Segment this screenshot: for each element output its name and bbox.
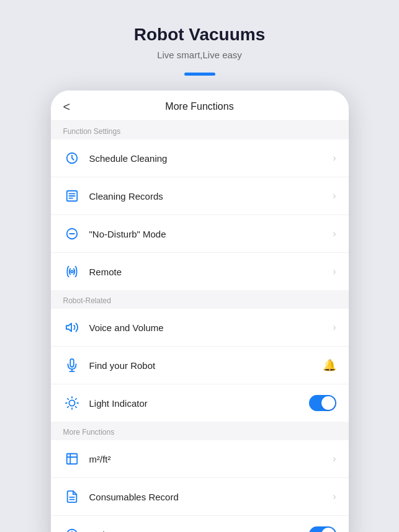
nav-title: More Functions — [165, 101, 233, 112]
menu-item-voice-volume[interactable]: Voice and Volume › — [51, 309, 349, 347]
section-function-settings: Function Settings Schedule Cleaning › — [51, 121, 349, 290]
area-unit-arrow: › — [333, 453, 336, 464]
area-unit-label: m²/ft² — [89, 454, 333, 464]
no-disturb-label: "No-Disturb" Mode — [89, 229, 333, 239]
light-indicator-toggle[interactable] — [309, 395, 336, 411]
svg-line-18 — [67, 407, 68, 407]
menu-item-schedule-cleaning[interactable]: Schedule Cleaning › — [51, 140, 349, 177]
menu-item-consumables-record[interactable]: Consumables Record › — [51, 478, 349, 516]
section-label-robot: Robot-Related — [51, 290, 349, 309]
section-robot-related: Robot-Related Voice and Volume › — [51, 290, 349, 422]
find-robot-icon — [63, 357, 81, 374]
menu-item-area-unit[interactable]: m²/ft² › — [51, 440, 349, 478]
24hour-system-label: 24-hour System — [89, 530, 309, 533]
section-label-more: More Functions — [51, 422, 349, 440]
consumables-record-icon — [63, 488, 81, 505]
24hour-system-icon — [63, 526, 81, 532]
consumables-record-arrow: › — [333, 491, 336, 502]
remote-icon — [63, 263, 81, 280]
menu-item-find-robot[interactable]: Find your Robot 🔔 — [51, 347, 349, 384]
section-label-function: Function Settings — [51, 121, 349, 140]
light-indicator-label: Light Indicator — [89, 398, 309, 409]
schedule-cleaning-icon — [63, 149, 81, 167]
consumables-record-label: Consumables Record — [89, 492, 333, 502]
find-robot-bell: 🔔 — [323, 358, 336, 372]
svg-line-15 — [75, 407, 76, 407]
voice-volume-arrow: › — [333, 322, 336, 333]
no-disturb-icon — [63, 225, 81, 242]
menu-item-24hour-system[interactable]: 24-hour System — [51, 516, 349, 532]
cleaning-records-arrow: › — [333, 190, 336, 202]
schedule-cleaning-label: Schedule Cleaning — [89, 153, 333, 164]
svg-line-14 — [67, 399, 68, 399]
svg-point-11 — [69, 400, 74, 406]
schedule-cleaning-arrow: › — [333, 153, 336, 164]
svg-rect-20 — [66, 454, 77, 464]
phone-frame: < More Functions Function Settings Sched… — [51, 91, 349, 532]
cleaning-records-icon — [63, 187, 81, 205]
menu-item-cleaning-records[interactable]: Cleaning Records › — [51, 177, 349, 215]
back-button[interactable]: < — [63, 100, 71, 113]
24hour-system-toggle[interactable] — [309, 526, 336, 532]
svg-point-7 — [71, 270, 73, 273]
menu-item-remote[interactable]: Remote › — [51, 253, 349, 290]
find-robot-label: Find your Robot — [89, 360, 323, 371]
remote-label: Remote — [89, 267, 333, 277]
remote-arrow: › — [333, 266, 336, 277]
indicator-bar — [184, 73, 215, 76]
menu-item-light-indicator[interactable]: Light Indicator — [51, 384, 349, 422]
voice-volume-label: Voice and Volume — [89, 322, 333, 333]
voice-volume-icon — [63, 319, 81, 336]
page-title: Robot Vacuums — [134, 25, 266, 45]
svg-marker-8 — [66, 324, 71, 332]
svg-line-19 — [75, 399, 76, 399]
area-unit-icon — [63, 450, 81, 468]
menu-item-no-disturb[interactable]: "No-Disturb" Mode › — [51, 215, 349, 253]
page-subtitle: Live smart,Live easy — [157, 50, 242, 60]
light-indicator-icon — [63, 394, 81, 412]
section-more-functions: More Functions m²/ft² › — [51, 422, 349, 532]
cleaning-records-label: Cleaning Records — [89, 191, 333, 202]
no-disturb-arrow: › — [333, 228, 336, 239]
phone-header: < More Functions — [51, 91, 349, 121]
